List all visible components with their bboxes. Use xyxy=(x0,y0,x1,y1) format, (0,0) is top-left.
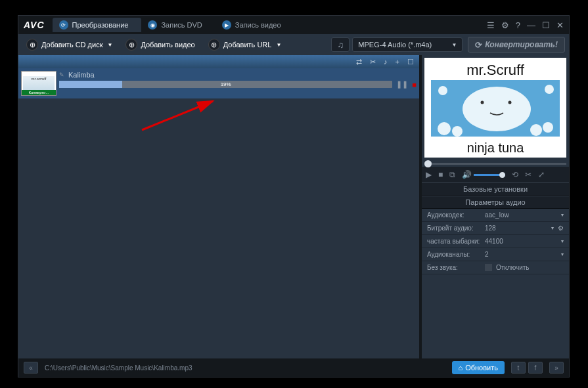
svg-point-8 xyxy=(545,85,554,94)
thumb-status: Конверти... xyxy=(22,90,56,95)
btn-label: Добавить URL xyxy=(223,41,272,49)
mute-checkbox[interactable] xyxy=(485,264,492,271)
player-controls: ▶ ■ ⧉ 🔊 ⟲ ✂ ⤢ xyxy=(422,167,569,183)
statusbar: « C:\Users\Public\Music\Sample Music\Kal… xyxy=(18,358,569,377)
play-icon[interactable]: ▶ xyxy=(426,170,432,179)
disc-plus-icon: ⊕ xyxy=(26,39,38,51)
format-selector: ♫ MPEG-4 Audio (*.m4a) ▼ xyxy=(331,37,463,52)
param-codec[interactable]: Аудиокодек: aac_low ▾ xyxy=(422,209,569,222)
tab-convert[interactable]: ⟳ Преобразование xyxy=(53,18,142,32)
music-icon[interactable]: ♪ xyxy=(384,58,388,66)
update-button[interactable]: ⌂ Обновить xyxy=(452,361,505,374)
param-samplerate[interactable]: частата выбарки: 44100 ▾ xyxy=(422,235,569,248)
audio-params: Аудиокодек: aac_low ▾ Битрейт аудио: 128… xyxy=(422,209,569,274)
volume-control[interactable]: 🔊 xyxy=(462,170,505,179)
add-video-button[interactable]: ⊕ Добавить видео xyxy=(122,37,198,53)
tab-record[interactable]: ▶ Запись видео xyxy=(215,18,294,32)
main-tabs: ⟳ Преобразование ◉ Запись DVD ▶ Запись в… xyxy=(53,18,487,32)
chevron-down-icon: ▼ xyxy=(276,42,281,48)
item-controls: ❚❚ ■ xyxy=(396,80,417,89)
list-item[interactable]: mr.scruff Конверти... ✎ Kalimba 19% xyxy=(18,68,419,98)
minimize-icon[interactable]: — xyxy=(527,20,535,30)
format-dropdown[interactable]: MPEG-4 Audio (*.m4a) ▼ xyxy=(352,37,463,52)
collapse-left-button[interactable]: « xyxy=(24,362,38,374)
social-buttons: t f xyxy=(511,362,543,374)
section-basic: Базовые установки xyxy=(422,183,569,196)
app-window: AVC ⟳ Преобразование ◉ Запись DVD ▶ Запи… xyxy=(18,15,570,377)
art-subtitle: ninja tuna xyxy=(467,140,525,155)
app-logo: AVC xyxy=(24,20,45,30)
param-bitrate[interactable]: Битрейт аудио: 128 ▾ ⚙ xyxy=(422,222,569,235)
btn-label: Добавить видео xyxy=(141,41,194,49)
film-plus-icon: ⊕ xyxy=(125,39,137,51)
section-audio: Параметры аудио xyxy=(422,196,569,209)
item-info: ✎ Kalimba 19% ❚❚ ■ xyxy=(59,71,417,89)
stop-icon[interactable]: ■ xyxy=(412,81,417,89)
expand-right-button[interactable]: » xyxy=(549,362,564,374)
chevron-down-icon: ▼ xyxy=(108,42,113,48)
close-icon[interactable]: ✕ xyxy=(556,20,564,30)
chevron-down-icon: ▾ xyxy=(551,225,554,231)
camera-icon[interactable]: ⧉ xyxy=(449,170,455,179)
side-panel: mr.Scruff ninja tuna ▶ xyxy=(422,55,569,358)
svg-point-4 xyxy=(452,126,463,137)
globe-plus-icon: ⊕ xyxy=(208,39,220,51)
titlebar: AVC ⟳ Преобразование ◉ Запись DVD ▶ Запи… xyxy=(18,16,569,34)
edit-icon[interactable]: ✎ xyxy=(59,72,64,78)
twitter-icon[interactable]: t xyxy=(511,362,526,374)
refresh-icon: ⟳ xyxy=(59,20,68,30)
speaker-icon: 🔊 xyxy=(462,170,472,179)
expand-icon[interactable]: ⤢ xyxy=(538,170,545,179)
file-list: ⇄ ✂ ♪ + ☐ mr.scruff Конверти... ✎ Kalimb… xyxy=(18,55,419,358)
cut-icon[interactable]: ✂ xyxy=(370,58,376,66)
add-cd-button[interactable]: ⊕ Добавить CD диск ▼ xyxy=(22,37,116,53)
art-title: mr.Scruff xyxy=(466,62,525,78)
stop-icon[interactable]: ■ xyxy=(438,170,443,179)
item-title: Kalimba xyxy=(68,71,95,79)
window-controls: ☰ ⚙ ? — ☐ ✕ xyxy=(487,20,564,30)
pause-icon[interactable]: ❚❚ xyxy=(396,80,408,89)
seek-bar[interactable] xyxy=(422,160,569,167)
scissors-icon[interactable]: ✂ xyxy=(525,170,531,179)
svg-point-2 xyxy=(463,87,531,131)
shuffle-icon[interactable]: ⇄ xyxy=(356,58,362,66)
progress-text: 19% xyxy=(221,81,231,88)
tab-label: Преобразование xyxy=(72,21,129,29)
settings-icon[interactable]: ⚙ xyxy=(501,20,509,30)
param-channels[interactable]: Аудиоканалы: 2 ▾ xyxy=(422,248,569,261)
list-icon[interactable]: ☰ xyxy=(487,20,495,30)
rotate-icon[interactable]: ⟲ xyxy=(512,170,518,179)
btn-label: Добавить CD диск xyxy=(41,41,103,49)
svg-point-7 xyxy=(438,86,447,95)
maximize-icon[interactable]: ☐ xyxy=(542,20,550,30)
format-value: MPEG-4 Audio (*.m4a) xyxy=(358,41,432,49)
add-url-button[interactable]: ⊕ Добавить URL ▼ xyxy=(204,37,286,53)
disc-icon: ◉ xyxy=(148,20,157,30)
remove-item-button[interactable]: ☐ xyxy=(407,58,414,66)
tab-label: Запись DVD xyxy=(161,21,202,29)
svg-point-9 xyxy=(481,101,484,104)
progress-bar: 19% xyxy=(59,81,392,88)
btn-label: Конвертировать! xyxy=(485,40,558,49)
svg-point-6 xyxy=(543,122,553,133)
thumb-art: mr.scruff xyxy=(23,76,55,91)
toolbar: ⊕ Добавить CD диск ▼ ⊕ Добавить видео ⊕ … xyxy=(18,34,569,55)
chevron-down-icon: ▼ xyxy=(451,42,457,48)
chevron-down-icon: ▾ xyxy=(561,238,564,244)
add-item-button[interactable]: + xyxy=(396,58,399,66)
gear-icon[interactable]: ⚙ xyxy=(558,225,564,232)
facebook-icon[interactable]: f xyxy=(528,362,543,374)
convert-button[interactable]: ⟳ Конвертировать! xyxy=(468,37,565,53)
chevron-down-icon: ▾ xyxy=(561,212,564,218)
album-art: mr.Scruff ninja tuna xyxy=(424,58,566,158)
progress-fill xyxy=(59,81,122,88)
tab-label: Запись видео xyxy=(235,21,281,29)
home-icon: ⌂ xyxy=(459,364,463,372)
help-icon[interactable]: ? xyxy=(516,20,520,30)
progress-row: 19% ❚❚ ■ xyxy=(59,80,417,89)
play-icon: ▶ xyxy=(222,20,231,30)
tab-dvd[interactable]: ◉ Запись DVD xyxy=(141,18,215,32)
svg-point-3 xyxy=(438,122,451,135)
music-note-icon[interactable]: ♫ xyxy=(331,37,350,52)
item-thumbnail: mr.scruff Конверти... xyxy=(21,71,57,96)
